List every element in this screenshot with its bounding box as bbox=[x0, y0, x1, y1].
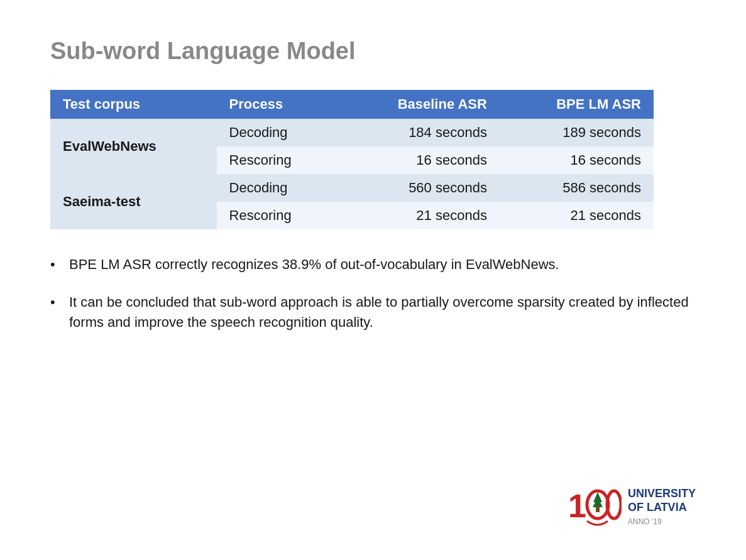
baseline-cell: 184 seconds bbox=[339, 119, 499, 146]
process-cell: Rescoring bbox=[217, 202, 339, 229]
bpe-cell: 189 seconds bbox=[500, 119, 654, 146]
col-header-bpe: BPE LM ASR bbox=[500, 90, 654, 119]
corpus-cell: Saeima-test bbox=[50, 174, 217, 229]
col-header-process: Process bbox=[217, 90, 339, 119]
logo-text: UNIVERSITYOF LATVIA ANNO '19 bbox=[628, 487, 696, 525]
bullet-item-2: It can be concluded that sub-word approa… bbox=[50, 292, 696, 332]
bullet-item-1: BPE LM ASR correctly recognizes 38.9% of… bbox=[50, 255, 696, 275]
process-cell: Rescoring bbox=[217, 146, 339, 174]
baseline-cell: 16 seconds bbox=[339, 146, 499, 174]
corpus-cell: EvalWebNews bbox=[50, 119, 217, 174]
university-name: UNIVERSITYOF LATVIA bbox=[628, 487, 696, 514]
data-table: Test corpus Process Baseline ASR BPE LM … bbox=[50, 90, 654, 229]
slide-title: Sub-word Language Model bbox=[50, 38, 696, 65]
baseline-cell: 21 seconds bbox=[339, 202, 499, 229]
table-row: Saeima-testDecoding560 seconds586 second… bbox=[50, 174, 654, 202]
table-wrapper: Test corpus Process Baseline ASR BPE LM … bbox=[50, 90, 696, 229]
university-anno: ANNO '19 bbox=[628, 517, 696, 526]
svg-text:1: 1 bbox=[568, 488, 586, 524]
logo-area: 1 UNIVERSITYOF LATVIA ANNO '19 bbox=[565, 478, 696, 535]
bpe-cell: 586 seconds bbox=[500, 174, 654, 202]
table-row: EvalWebNewsDecoding184 seconds189 second… bbox=[50, 119, 654, 146]
slide-container: Sub-word Language Model Test corpus Proc… bbox=[0, 0, 746, 560]
baseline-cell: 560 seconds bbox=[339, 174, 499, 202]
process-cell: Decoding bbox=[217, 174, 339, 202]
svg-rect-4 bbox=[596, 507, 600, 512]
col-header-baseline: Baseline ASR bbox=[339, 90, 499, 119]
bpe-cell: 21 seconds bbox=[500, 202, 654, 229]
process-cell: Decoding bbox=[217, 119, 339, 146]
university-logo-icon: 1 bbox=[565, 478, 622, 535]
bullet-section: BPE LM ASR correctly recognizes 38.9% of… bbox=[50, 255, 696, 332]
col-header-corpus: Test corpus bbox=[50, 90, 217, 119]
bpe-cell: 16 seconds bbox=[500, 146, 654, 174]
